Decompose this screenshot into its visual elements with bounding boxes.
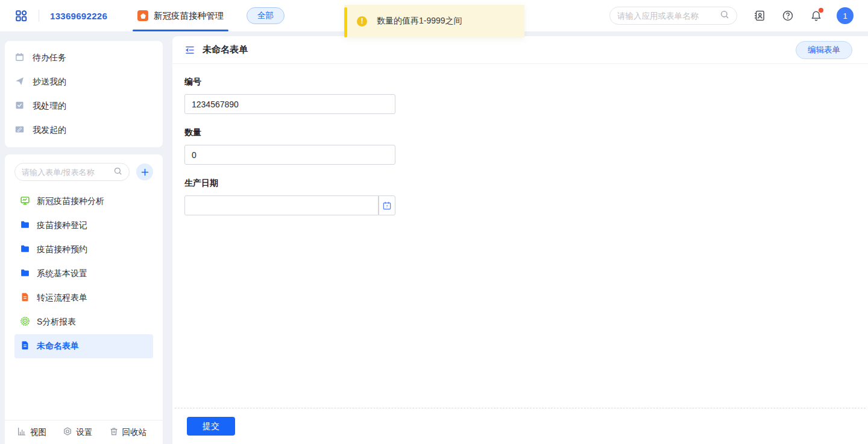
form-search-input[interactable] xyxy=(22,168,110,177)
list-item-label: S分析报表 xyxy=(37,317,76,328)
form-body: 编号 数量 生产日期 7 xyxy=(172,64,868,408)
date-picker-button[interactable]: 7 xyxy=(379,195,395,215)
list-item-transport-flow-form[interactable]: 转运流程表单 xyxy=(14,286,153,310)
tab-vaccine-management[interactable]: 新冠疫苗接种管理 xyxy=(133,0,228,31)
document-icon xyxy=(20,292,30,304)
list-item-s-analysis-report[interactable]: S分析报表 xyxy=(14,310,153,334)
field-label: 数量 xyxy=(184,127,868,138)
main-panel: 未命名表单 编辑表单 编号 数量 生产日期 xyxy=(172,36,868,444)
global-search-input[interactable] xyxy=(617,11,715,21)
sidebar-item-cc-to-me[interactable]: 抄送我的 xyxy=(14,70,153,94)
list-item-vaccine-registration[interactable]: 疫苗接种登记 xyxy=(14,214,153,238)
form-search[interactable] xyxy=(14,163,130,181)
views-button[interactable]: 视图 xyxy=(17,427,46,438)
list-item-system-settings[interactable]: 系统基本设置 xyxy=(14,262,153,286)
form-footer: 提交 xyxy=(172,408,868,444)
settings-icon xyxy=(63,427,72,438)
dashboard-icon xyxy=(20,195,30,208)
list-item-label: 新冠疫苗接种分析 xyxy=(37,196,104,207)
document-icon xyxy=(20,340,30,352)
field-label: 生产日期 xyxy=(184,178,868,189)
footer-label: 视图 xyxy=(30,427,46,438)
forms-list: 新冠疫苗接种分析 疫苗接种登记 疫苗接种预约 xyxy=(5,189,163,358)
list-item-label: 系统基本设置 xyxy=(37,268,87,279)
collapse-sidebar-icon[interactable] xyxy=(184,45,195,56)
calendar-icon xyxy=(14,52,25,64)
contacts-icon[interactable] xyxy=(753,10,766,22)
sidebar-item-todo-tasks[interactable]: 待办任务 xyxy=(14,46,153,70)
field-label: 编号 xyxy=(184,77,868,87)
warning-toast: ! 数量的值再1-9999之间 xyxy=(344,5,524,37)
tab-label: 新冠疫苗接种管理 xyxy=(154,10,224,22)
number-field[interactable] xyxy=(184,94,395,114)
clipboard-check-icon xyxy=(14,100,25,112)
search-icon xyxy=(720,10,729,22)
sidebar-item-handled-by-me[interactable]: 我处理的 xyxy=(14,94,153,118)
submit-button[interactable]: 提交 xyxy=(187,417,235,436)
apps-grid-icon[interactable] xyxy=(14,9,28,22)
toast-accent-bar xyxy=(344,7,347,37)
document-edit-icon xyxy=(14,124,25,136)
folder-icon xyxy=(20,244,30,256)
edit-form-button[interactable]: 编辑表单 xyxy=(796,41,852,59)
notification-dot xyxy=(819,8,823,13)
sidebar-item-label: 待办任务 xyxy=(33,52,66,63)
recycle-bin-button[interactable]: 回收站 xyxy=(109,427,147,438)
svg-text:7: 7 xyxy=(386,205,388,208)
user-phone-number[interactable]: 13369692226 xyxy=(50,11,107,21)
footer-label: 设置 xyxy=(76,427,92,438)
app-logo-icon xyxy=(137,10,148,21)
notifications-bell-icon[interactable] xyxy=(810,10,822,22)
list-item-vaccine-appointment[interactable]: 疫苗接种预约 xyxy=(14,238,153,262)
sidebar-item-label: 我发起的 xyxy=(33,125,66,136)
settings-button[interactable]: 设置 xyxy=(63,427,92,438)
field-quantity: 数量 xyxy=(184,127,868,165)
list-item-unnamed-form[interactable]: 未命名表单 xyxy=(14,334,153,358)
target-icon xyxy=(20,316,30,328)
list-item-label: 疫苗接种预约 xyxy=(37,244,87,255)
warning-icon: ! xyxy=(357,16,367,27)
calendar-icon: 7 xyxy=(382,201,392,211)
toast-message: 数量的值再1-9999之间 xyxy=(377,16,462,27)
list-item-label: 疫苗接种登记 xyxy=(37,220,87,231)
list-item-label: 未命名表单 xyxy=(37,341,79,352)
sidebar-forms-panel: 新冠疫苗接种分析 疫苗接种登记 疫苗接种预约 xyxy=(5,154,163,444)
sidebar-quick-panel: 待办任务 抄送我的 我处理的 xyxy=(5,41,163,147)
list-item-vaccine-analysis[interactable]: 新冠疫苗接种分析 xyxy=(14,189,153,214)
sidebar-item-label: 抄送我的 xyxy=(33,77,66,87)
sidebar-item-label: 我处理的 xyxy=(33,101,66,112)
footer-label: 回收站 xyxy=(122,427,147,438)
folder-icon xyxy=(20,268,30,280)
sidebar-item-initiated-by-me[interactable]: 我发起的 xyxy=(14,118,153,142)
bar-chart-icon xyxy=(17,427,27,438)
global-search[interactable] xyxy=(609,7,737,25)
search-icon xyxy=(113,166,122,178)
send-icon xyxy=(14,76,25,88)
divider xyxy=(39,10,39,22)
add-form-button[interactable] xyxy=(136,163,153,180)
field-number: 编号 xyxy=(184,77,868,114)
field-production-date: 生产日期 7 xyxy=(184,178,868,215)
sidebar: 待办任务 抄送我的 我处理的 xyxy=(5,36,163,444)
user-avatar[interactable]: 1 xyxy=(837,7,854,24)
production-date-field[interactable] xyxy=(184,195,379,215)
page-title: 未命名表单 xyxy=(203,44,248,56)
help-icon[interactable] xyxy=(782,10,794,22)
list-item-label: 转运流程表单 xyxy=(37,293,87,303)
sidebar-footer: 视图 设置 回收站 xyxy=(5,420,163,444)
filter-all-button[interactable]: 全部 xyxy=(247,7,285,24)
folder-icon xyxy=(20,220,30,232)
form-header: 未命名表单 编辑表单 xyxy=(172,36,868,64)
quantity-field[interactable] xyxy=(184,145,395,165)
trash-icon xyxy=(109,427,119,438)
